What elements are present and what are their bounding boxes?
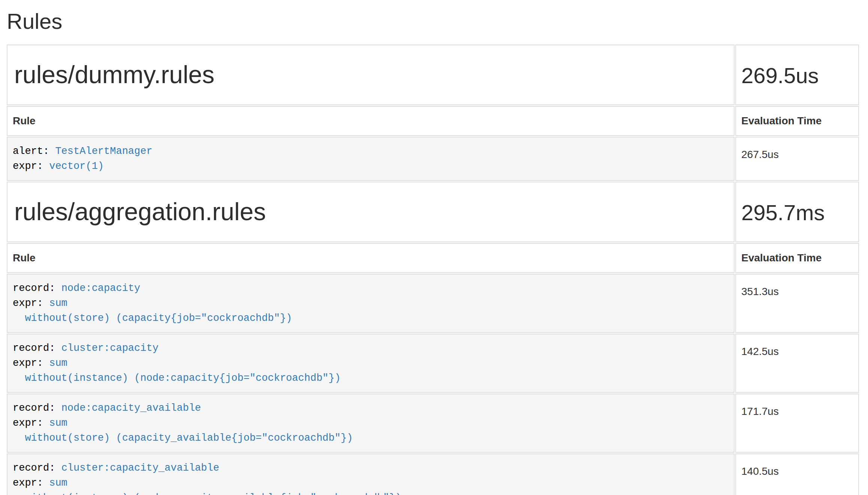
rule-definition-cell: record: cluster:capacity expr: sum witho…	[7, 334, 735, 393]
rule-code: record: cluster:capacity_available expr:…	[13, 461, 729, 495]
rule-keyword-label: expr:	[13, 298, 43, 309]
rule-keyword-label: record:	[13, 283, 55, 294]
rule-eval-time-cell: 171.7us	[735, 394, 859, 453]
page-title: Rules	[7, 9, 860, 34]
rule-keyword-label: expr:	[13, 161, 43, 172]
rule-group-name-cell: rules/aggregation.rules	[7, 182, 735, 242]
rule-expr-link[interactable]: sum without(instance) (node:capacity{job…	[13, 358, 341, 384]
rule-group-header-row: rules/aggregation.rules295.7ms	[7, 182, 859, 242]
rule-name-link[interactable]: node:capacity	[61, 283, 141, 294]
rule-code: alert: TestAlertManager expr: vector(1)	[13, 144, 729, 174]
rule-definition-cell: alert: TestAlertManager expr: vector(1)	[7, 137, 735, 181]
rule-expr-link[interactable]: sum without(store) (capacity{job="cockro…	[13, 298, 292, 324]
rules-table: rules/dummy.rules269.5usRuleEvaluation T…	[6, 44, 860, 495]
rule-group-header-row: rules/dummy.rules269.5us	[7, 45, 859, 105]
rule-eval-time-cell: 267.5us	[735, 137, 859, 181]
rule-eval-time-cell: 142.5us	[735, 334, 859, 393]
eval-time-column-header: Evaluation Time	[735, 243, 859, 273]
rule-code: record: node:capacity expr: sum without(…	[13, 281, 729, 326]
rule-keyword-label: record:	[13, 403, 55, 414]
eval-time-column-header: Evaluation Time	[735, 106, 859, 136]
rule-eval-time-cell: 140.5us	[735, 453, 859, 495]
rules-table-body: rules/dummy.rules269.5usRuleEvaluation T…	[7, 45, 859, 495]
rule-keyword-label: expr:	[13, 477, 43, 489]
rule-row: record: cluster:capacity expr: sum witho…	[7, 334, 859, 393]
rule-group-name-cell: rules/dummy.rules	[7, 45, 735, 105]
rule-keyword-label: record:	[13, 462, 55, 474]
rule-name-link[interactable]: cluster:capacity_available	[61, 462, 219, 474]
rule-name-link[interactable]: node:capacity_available	[61, 403, 201, 414]
rule-eval-time-cell: 351.3us	[735, 274, 859, 333]
column-header-row: RuleEvaluation Time	[7, 106, 859, 136]
rule-keyword-label: alert:	[13, 146, 49, 157]
rule-keyword-label: expr:	[13, 358, 43, 369]
rule-name-link[interactable]: TestAlertManager	[55, 146, 152, 157]
rule-code: record: cluster:capacity expr: sum witho…	[13, 341, 729, 386]
rule-column-header: Rule	[7, 106, 735, 136]
rule-expr-link[interactable]: sum without(store) (capacity_available{j…	[13, 417, 353, 444]
rule-group-eval-total: 295.7ms	[741, 201, 853, 225]
rule-code: record: node:capacity_available expr: su…	[13, 401, 729, 446]
column-header-row: RuleEvaluation Time	[7, 243, 859, 273]
rule-definition-cell: record: node:capacity_available expr: su…	[7, 394, 735, 453]
rule-expr-link[interactable]: sum without(instance) (node:capacity_ava…	[13, 477, 401, 495]
rule-group-name: rules/aggregation.rules	[14, 198, 729, 226]
rule-group-eval-total-cell: 269.5us	[735, 45, 859, 105]
rule-row: record: cluster:capacity_available expr:…	[7, 453, 859, 495]
rule-row: alert: TestAlertManager expr: vector(1)2…	[7, 137, 859, 181]
rule-expr-link[interactable]: vector(1)	[49, 161, 104, 172]
rule-name-link[interactable]: cluster:capacity	[61, 343, 159, 354]
rule-definition-cell: record: node:capacity expr: sum without(…	[7, 274, 735, 333]
rule-row: record: node:capacity_available expr: su…	[7, 394, 859, 453]
rule-column-header: Rule	[7, 243, 735, 273]
rule-keyword-label: expr:	[13, 417, 43, 429]
rule-row: record: node:capacity expr: sum without(…	[7, 274, 859, 333]
rule-definition-cell: record: cluster:capacity_available expr:…	[7, 453, 735, 495]
rule-group-eval-total-cell: 295.7ms	[735, 182, 859, 242]
rule-keyword-label: record:	[13, 343, 55, 354]
rule-group-name: rules/dummy.rules	[14, 61, 729, 89]
rule-group-eval-total: 269.5us	[741, 64, 853, 88]
